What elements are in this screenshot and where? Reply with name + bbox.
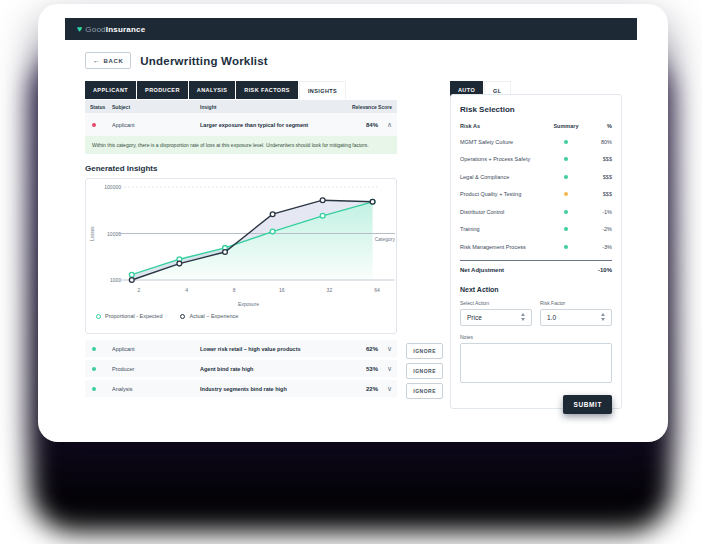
row-subject: Producer: [112, 366, 200, 372]
svg-text:32: 32: [327, 287, 333, 293]
risk-label: Legal & Compliance: [460, 174, 548, 180]
chart-plot: 100010000100000Category248163264Exposure…: [86, 179, 398, 311]
stepper-icon[interactable]: [521, 313, 525, 321]
risk-row: MGMT Safety Culture 80%: [460, 133, 612, 151]
row-score: 84%: [328, 122, 378, 128]
ignore-button[interactable]: IGNORE: [406, 363, 443, 379]
ignore-button[interactable]: IGNORE: [406, 343, 443, 359]
row-subject: Applicant: [112, 346, 200, 352]
chart-legend: Proportional - Expected Actual – Experie…: [86, 311, 396, 319]
summary-dot: [564, 157, 568, 161]
losses-exposure-chart: 100010000100000Category248163264Exposure…: [85, 178, 397, 334]
net-adjustment-row: Net Adjustment -10%: [460, 260, 612, 273]
app-window: ♥ GoodInsurance ← BACK Underwritting Wor…: [65, 18, 637, 430]
risk-value: -1%: [584, 209, 612, 215]
select-action-group: Select Action Price: [460, 300, 532, 326]
row-subject: Applicant: [112, 122, 200, 128]
row-insight: Agent bind rate high: [200, 366, 328, 372]
insight-note-text: Within this category, there is a disprop…: [92, 142, 369, 148]
status-dot: [92, 347, 96, 351]
legend-item-actual: Actual – Experience: [180, 313, 238, 319]
tab-analysis[interactable]: ANALYSIS: [189, 81, 236, 99]
chevron-down-icon[interactable]: ∨: [378, 385, 392, 392]
notes-textarea[interactable]: [460, 343, 612, 383]
tab-insights[interactable]: INSIGHTS: [299, 81, 346, 99]
expected-series-marker-icon: [96, 314, 101, 319]
actual-series-marker-icon: [180, 314, 185, 319]
svg-text:Exposure: Exposure: [238, 301, 259, 307]
net-adjustment-value: -10%: [598, 267, 612, 273]
net-adjustment-label: Net Adjustment: [460, 267, 504, 273]
row-subject: Analysis: [112, 386, 200, 392]
svg-text:8: 8: [233, 287, 236, 293]
row-score: 53%: [328, 366, 378, 372]
col-relevance-score: Relevance Score: [328, 104, 392, 110]
collapsed-insight-rows: Applicant Lower risk retail – high value…: [85, 340, 397, 397]
brand-name: GoodInsurance: [85, 25, 145, 34]
legend-item-expected: Proportional - Expected: [96, 313, 162, 319]
title-row: ← BACK Underwritting Worklist: [85, 52, 637, 69]
summary-dot: [564, 245, 568, 249]
risk-row: Training -2%: [460, 221, 612, 239]
risk-value: $$$: [584, 174, 612, 180]
ignore-button[interactable]: IGNORE: [406, 383, 443, 399]
risk-label: Training: [460, 226, 548, 232]
risk-row: Legal & Compliance $$$: [460, 168, 612, 186]
next-action-title: Next Action: [460, 286, 612, 293]
summary-dot: [564, 227, 568, 231]
brand-prefix: Good: [85, 25, 105, 34]
tab-producer[interactable]: PRODUCER: [137, 81, 188, 99]
chevron-down-icon[interactable]: ∨: [378, 345, 392, 352]
col-status: Status: [90, 104, 112, 110]
submit-row: SUBMIT: [460, 395, 612, 414]
status-dot: [92, 367, 96, 371]
insight-row-expanded[interactable]: Applicant Larger exposure than typical f…: [85, 113, 397, 136]
tab-risk-factors[interactable]: RISK FACTORS: [236, 81, 298, 99]
risk-label: Risk Management Process: [460, 244, 548, 250]
svg-text:4: 4: [185, 287, 188, 293]
risk-label: MGMT Safety Culture: [460, 139, 548, 145]
row-score: 62%: [328, 346, 378, 352]
risk-selection-title: Risk Selection: [460, 105, 612, 114]
risk-row: Distributor Control -1%: [460, 203, 612, 221]
summary-dot: [564, 192, 568, 196]
insight-row[interactable]: Applicant Lower risk retail – high value…: [85, 340, 397, 357]
risk-label: Product Quality + Testing: [460, 191, 548, 197]
chevron-up-icon[interactable]: ∧: [378, 121, 392, 128]
back-button-label: BACK: [104, 58, 124, 64]
generated-insights-title: Generated Insights: [85, 164, 397, 173]
next-action-controls: Select Action Price Risk Factor 1.0: [460, 300, 612, 326]
back-button[interactable]: ← BACK: [85, 52, 131, 69]
svg-text:64: 64: [374, 287, 380, 293]
summary-dot: [564, 210, 568, 214]
risk-factor-stepper[interactable]: 1.0: [540, 309, 612, 326]
col-percent: %: [584, 123, 612, 129]
col-subject: Subject: [112, 104, 200, 110]
stepper-icon[interactable]: [601, 313, 605, 321]
select-action-dropdown[interactable]: Price: [460, 309, 532, 326]
risk-value: $$$: [584, 191, 612, 197]
brand-suffix: Insurance: [106, 25, 146, 34]
submit-button[interactable]: SUBMIT: [563, 395, 612, 414]
select-action-value: Price: [467, 314, 482, 321]
insight-note: Within this category, there is a disprop…: [85, 136, 397, 154]
insight-row[interactable]: Producer Agent bind rate high 53% ∨ IGNO…: [85, 360, 397, 377]
col-summary: Summary: [548, 123, 584, 129]
risk-table-header: Risk As Summary %: [460, 123, 612, 129]
svg-text:Category: Category: [375, 236, 396, 242]
screenshot-stage: ♥ GoodInsurance ← BACK Underwritting Wor…: [0, 0, 702, 544]
chevron-down-icon[interactable]: ∨: [378, 365, 392, 372]
risk-value: 80%: [584, 139, 612, 145]
risk-row: Operations + Process Safety $$$: [460, 151, 612, 169]
risk-factor-value: 1.0: [547, 314, 556, 321]
insights-panel: Status Subject Insight Relevance Score A…: [85, 100, 397, 397]
risk-selection-panel: Risk Selection Risk As Summary % MGMT Sa…: [450, 94, 622, 409]
risk-row: Risk Management Process -3%: [460, 238, 612, 256]
risk-value: -2%: [584, 226, 612, 232]
summary-dot: [564, 175, 568, 179]
status-dot: [92, 123, 96, 127]
notes-label: Notes: [460, 334, 612, 340]
legend-label-actual: Actual – Experience: [189, 313, 238, 319]
tab-applicant[interactable]: APPLICANT: [85, 81, 136, 99]
insight-row[interactable]: Analysis Industry segments bind rate hig…: [85, 380, 397, 397]
